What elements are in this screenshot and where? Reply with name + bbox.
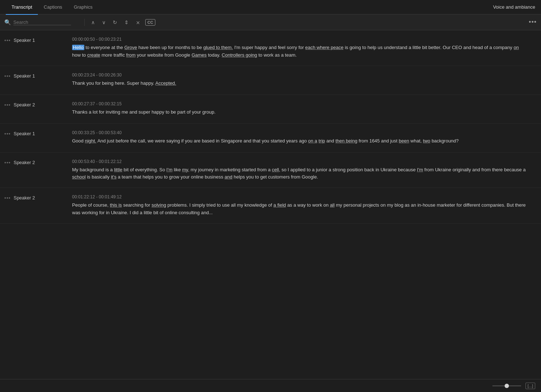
underlined-word: it's (111, 174, 116, 180)
underlined-word: I'm (167, 167, 173, 172)
cc-button[interactable]: CC (145, 19, 155, 26)
underlined-word: glued to them. (203, 45, 233, 50)
underlined-word: Accepted. (155, 80, 176, 86)
entry-text: Good night. And just before the call, we… (72, 137, 528, 145)
entry-body: 00:00:27:37 - 00:00:32:15Thanks a lot fo… (72, 101, 535, 117)
transcript-entry: •••Speaker 100:00:23:24 - 00:00:26:30Tha… (0, 66, 541, 95)
speaker-name: Speaker 2 (14, 160, 35, 165)
entry-body: 00:00:33:25 - 00:00:53:40Good night. And… (72, 130, 535, 146)
underlined-word: been (399, 138, 409, 144)
transcript-entry: •••Speaker 200:01:22:12 - 00:01:49:12Peo… (0, 188, 541, 224)
underlined-word: school (72, 174, 86, 180)
entry-body: 00:00:00:50 - 00:00:23:21Hello to everyo… (72, 37, 535, 59)
speaker-name: Speaker 1 (14, 131, 35, 136)
speaker-options-button[interactable]: ••• (4, 102, 11, 108)
underlined-word: this is (110, 202, 122, 208)
underlined-word: cell, (272, 167, 280, 172)
underlined-word: each where peace (305, 45, 343, 50)
bottom-bar: [...] (0, 379, 541, 392)
entry-body: 00:00:23:24 - 00:00:26:30Thank you for b… (72, 72, 535, 88)
underlined-word: Games (191, 52, 207, 58)
nav-tabs: Transcript Captions Graphics (6, 0, 493, 14)
navigate-up-button[interactable]: ∧ (89, 18, 97, 27)
navigate-down-button[interactable]: ∨ (100, 18, 108, 27)
toolbar: 🔍 ∧ ∨ ↻ ⇕ ⨯ CC ••• (0, 14, 541, 30)
speaker-options-button[interactable]: ••• (4, 160, 11, 166)
underlined-word: solving (151, 202, 166, 208)
underlined-word: Controllers going (222, 52, 257, 58)
speaker-column: •••Speaker 2 (0, 194, 72, 217)
entry-text: Hello to everyone at the Grove have been… (72, 44, 528, 59)
more-options-button[interactable]: ••• (529, 18, 537, 26)
entry-timestamp: 00:00:00:50 - 00:00:23:21 (72, 37, 528, 42)
transcript-content: •••Speaker 100:00:00:50 - 00:00:23:21Hel… (0, 30, 541, 379)
underlined-word: from (126, 52, 136, 58)
search-input[interactable] (13, 19, 71, 25)
speaker-options-button[interactable]: ••• (4, 131, 11, 137)
voice-ambiance-button[interactable]: Voice and ambiance (493, 4, 535, 10)
underlined-word: trip (319, 138, 325, 144)
speaker-column: •••Speaker 1 (0, 130, 72, 146)
entry-timestamp: 00:00:53:40 - 00:01:22:12 (72, 159, 528, 164)
transcript-entry: •••Speaker 100:00:33:25 - 00:00:53:40Goo… (0, 124, 541, 153)
speaker-options-button[interactable]: ••• (4, 38, 11, 43)
underlined-word: then being (336, 138, 358, 144)
timeline-track (492, 386, 521, 386)
top-navigation: Transcript Captions Graphics Voice and a… (0, 0, 541, 14)
underlined-word: and (225, 174, 232, 180)
speaker-column: •••Speaker 1 (0, 72, 72, 88)
speaker-column: •••Speaker 1 (0, 37, 72, 59)
speaker-options-button[interactable]: ••• (4, 73, 11, 79)
underlined-word: create (87, 52, 100, 58)
underlined-word: my, (182, 167, 189, 172)
entry-timestamp: 00:01:22:12 - 00:01:49:12 (72, 194, 528, 199)
underlined-word: all (330, 202, 334, 208)
speaker-options-button[interactable]: ••• (4, 195, 11, 201)
search-area: 🔍 (4, 19, 80, 26)
underlined-word: night. (85, 138, 96, 144)
toolbar-divider-1 (84, 19, 85, 26)
underlined-word: a field (274, 202, 286, 208)
speaker-column: •••Speaker 2 (0, 101, 72, 117)
entry-body: 00:00:53:40 - 00:01:22:12My background i… (72, 159, 535, 181)
underlined-word: on (514, 45, 519, 50)
entry-timestamp: 00:00:27:37 - 00:00:32:15 (72, 101, 528, 106)
entry-text: Thank you for being here. Super happy. A… (72, 80, 528, 87)
transcript-entry: •••Speaker 100:00:00:50 - 00:00:23:21Hel… (0, 30, 541, 66)
underlined-word: two (423, 138, 430, 144)
tab-captions[interactable]: Captions (38, 0, 68, 15)
underlined-word: Grove (124, 45, 137, 50)
expand-view-button[interactable]: [...] (526, 383, 535, 389)
speaker-name: Speaker 2 (14, 195, 35, 201)
entry-text: Thanks a lot for inviting me and super h… (72, 109, 528, 116)
transcript-entry: •••Speaker 200:00:27:37 - 00:00:32:15Tha… (0, 95, 541, 124)
underlined-word: little (114, 167, 122, 172)
entry-timestamp: 00:00:23:24 - 00:00:26:30 (72, 72, 528, 78)
transcript-entry: •••Speaker 200:00:53:40 - 00:01:22:12My … (0, 153, 541, 188)
speaker-name: Speaker 1 (14, 73, 35, 79)
underlined-word: I'm (417, 167, 423, 172)
entry-text: People of course, this is searching for … (72, 202, 528, 217)
collapse-button[interactable]: ⨯ (134, 18, 142, 27)
entry-text: My background is a little bit of everyth… (72, 166, 528, 181)
underlined-word: on a (308, 138, 317, 144)
refresh-button[interactable]: ↻ (111, 18, 119, 27)
speaker-column: •••Speaker 2 (0, 159, 72, 181)
tab-graphics[interactable]: Graphics (68, 0, 98, 15)
entry-body: 00:01:22:12 - 00:01:49:12People of cours… (72, 194, 535, 217)
timeline-line (492, 386, 521, 386)
timeline-indicator (505, 384, 509, 388)
speaker-name: Speaker 2 (14, 102, 35, 107)
expand-button[interactable]: ⇕ (122, 18, 131, 27)
highlighted-word: Hello (72, 45, 84, 50)
speaker-name: Speaker 1 (14, 38, 35, 43)
search-icon: 🔍 (4, 19, 11, 26)
tab-transcript[interactable]: Transcript (6, 0, 38, 15)
entry-timestamp: 00:00:33:25 - 00:00:53:40 (72, 130, 528, 135)
